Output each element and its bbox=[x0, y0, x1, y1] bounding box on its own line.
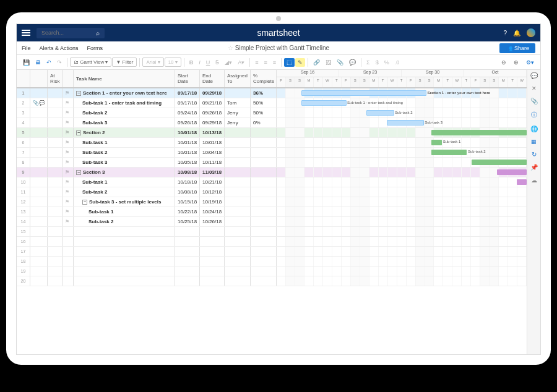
rail-attach-icon[interactable]: 📎 bbox=[530, 98, 538, 104]
menu-file[interactable]: File bbox=[22, 45, 31, 51]
percent-icon[interactable]: % bbox=[382, 58, 392, 67]
gantt-cell[interactable] bbox=[277, 177, 527, 187]
flag-icon[interactable]: ⚑ bbox=[65, 110, 69, 116]
redo-icon[interactable]: ↷ bbox=[54, 58, 64, 67]
font-selector[interactable]: Arial ▾ bbox=[142, 58, 163, 67]
table-row[interactable]: 16 bbox=[17, 237, 527, 247]
pct-complete[interactable] bbox=[251, 227, 277, 236]
gantt-bar[interactable]: Sub-task 2 bbox=[366, 110, 394, 116]
assigned-to[interactable] bbox=[225, 148, 251, 157]
start-date[interactable]: 10/18/18 bbox=[175, 177, 200, 187]
gantt-cell[interactable] bbox=[277, 187, 527, 197]
task-name[interactable]: Sub-task 2 bbox=[82, 189, 107, 195]
start-date[interactable]: 10/08/18 bbox=[175, 168, 200, 177]
comment-icon[interactable]: 💬 bbox=[347, 58, 358, 67]
gantt-cell[interactable] bbox=[277, 197, 527, 207]
pct-complete[interactable]: 50% bbox=[251, 98, 277, 108]
search-icon[interactable]: ⌕ bbox=[96, 30, 100, 36]
gantt-bar[interactable] bbox=[472, 160, 527, 165]
flag-icon[interactable]: ⚑ bbox=[65, 130, 69, 135]
row-comment-icon[interactable]: 💬 bbox=[39, 100, 45, 106]
gantt-cell[interactable] bbox=[277, 128, 527, 137]
gantt-cell[interactable] bbox=[277, 257, 527, 266]
end-date[interactable]: 10/01/18 bbox=[200, 138, 225, 147]
gantt-cell[interactable] bbox=[277, 217, 527, 226]
table-row[interactable]: 5⚑−Section 210/01/1810/13/18 bbox=[17, 128, 527, 138]
col-start[interactable]: Start Date bbox=[175, 70, 200, 87]
gantt-cell[interactable]: Sub-task 2 bbox=[277, 148, 527, 157]
gantt-cell[interactable]: Sub-task 2 bbox=[277, 108, 527, 117]
start-date[interactable]: 10/01/18 bbox=[175, 128, 200, 137]
gantt-bar[interactable]: Sub-task 1 - enter task and timing bbox=[301, 100, 347, 106]
end-date[interactable]: 09/29/18 bbox=[200, 88, 225, 98]
rail-refresh-icon[interactable]: ↻ bbox=[532, 151, 537, 158]
assigned-to[interactable] bbox=[225, 217, 251, 226]
save-icon[interactable]: 💾 bbox=[20, 58, 32, 67]
table-row[interactable]: 13⚑Sub-task 110/22/1810/24/18 bbox=[17, 207, 527, 217]
flag-icon[interactable]: ⚑ bbox=[65, 120, 69, 126]
assigned-to[interactable] bbox=[225, 227, 251, 236]
start-date[interactable] bbox=[175, 257, 200, 266]
assigned-to[interactable]: Jerry bbox=[225, 108, 251, 117]
currency-icon[interactable]: $ bbox=[373, 58, 381, 67]
table-row[interactable]: 12⚑−Sub-task 3 - set multiple levels10/1… bbox=[17, 197, 527, 207]
menu-icon[interactable] bbox=[22, 30, 30, 36]
col-end[interactable]: End Date bbox=[200, 70, 225, 87]
pct-complete[interactable]: 50% bbox=[251, 108, 277, 117]
assigned-to[interactable] bbox=[225, 138, 251, 147]
task-name[interactable]: Sub-task 2 bbox=[89, 219, 113, 224]
start-date[interactable]: 09/17/18 bbox=[175, 98, 200, 108]
table-row[interactable]: 3⚑Sub-task 209/24/1809/26/18Jerry50%Sub-… bbox=[17, 108, 527, 118]
gantt-cell[interactable] bbox=[277, 276, 527, 286]
rail-cloud-icon[interactable]: ☁ bbox=[531, 177, 537, 184]
start-date[interactable] bbox=[175, 227, 200, 236]
flag-icon[interactable]: ⚑ bbox=[65, 140, 69, 145]
table-row[interactable]: 17 bbox=[17, 247, 527, 257]
pct-complete[interactable] bbox=[251, 237, 277, 246]
image-icon[interactable]: 🖼 bbox=[323, 58, 334, 67]
end-date[interactable]: 10/26/18 bbox=[200, 217, 225, 226]
task-name[interactable]: Sub-task 1 bbox=[82, 140, 107, 145]
assigned-to[interactable] bbox=[225, 197, 251, 207]
assigned-to[interactable]: Jerry bbox=[225, 118, 251, 127]
start-date[interactable]: 10/25/18 bbox=[175, 217, 200, 226]
start-date[interactable] bbox=[175, 237, 200, 246]
rail-info-icon[interactable]: ⓘ bbox=[531, 111, 537, 119]
assigned-to[interactable] bbox=[225, 128, 251, 137]
assigned-to[interactable] bbox=[225, 237, 251, 246]
gantt-cell[interactable]: Sub-task 1 bbox=[277, 138, 527, 147]
end-date[interactable] bbox=[200, 247, 225, 256]
gantt-bar[interactable]: Sub-task 1 bbox=[431, 140, 441, 145]
flag-icon[interactable]: ⚑ bbox=[65, 209, 69, 215]
col-assigned[interactable]: Assigned To bbox=[225, 70, 251, 87]
gantt-bar[interactable]: Sub-task 2 bbox=[431, 150, 467, 155]
flag-icon[interactable]: ⚑ bbox=[65, 219, 69, 224]
link-icon[interactable]: 🔗 bbox=[311, 58, 322, 67]
flag-icon[interactable]: ⚑ bbox=[65, 169, 69, 175]
flag-icon[interactable]: ⚑ bbox=[65, 150, 69, 155]
pct-complete[interactable] bbox=[251, 197, 277, 207]
pct-complete[interactable] bbox=[251, 168, 277, 177]
collapse-icon[interactable]: − bbox=[82, 200, 87, 205]
table-row[interactable]: 8⚑Sub-task 310/05/1810/11/18 bbox=[17, 158, 527, 168]
assigned-to[interactable] bbox=[225, 88, 251, 98]
font-size[interactable]: 10 ▾ bbox=[165, 58, 181, 67]
end-date[interactable]: 09/29/18 bbox=[200, 118, 225, 127]
view-selector[interactable]: 🗂 Gantt View ▾ bbox=[70, 58, 111, 67]
align-right-icon[interactable]: ≡ bbox=[270, 58, 278, 67]
underline-icon[interactable]: U bbox=[204, 58, 213, 67]
gantt-cell[interactable] bbox=[277, 227, 527, 236]
gantt-bar[interactable] bbox=[517, 179, 527, 185]
italic-icon[interactable]: I bbox=[196, 58, 203, 67]
assigned-to[interactable] bbox=[225, 187, 251, 197]
table-row[interactable]: 4⚑Sub-task 309/26/1809/29/18Jerry0%Sub-t… bbox=[17, 118, 527, 128]
assigned-to[interactable] bbox=[225, 266, 251, 276]
pct-complete[interactable] bbox=[251, 247, 277, 256]
pct-complete[interactable] bbox=[251, 187, 277, 197]
task-name[interactable]: Sub-task 3 - set multiple levels bbox=[89, 199, 161, 205]
grid-body[interactable]: 1⚑−Section 1 - enter your own text here0… bbox=[17, 88, 527, 354]
assigned-to[interactable] bbox=[225, 158, 251, 167]
end-date[interactable]: 09/21/18 bbox=[200, 98, 225, 108]
bell-icon[interactable]: 🔔 bbox=[513, 30, 520, 36]
zoom-in-icon[interactable]: ⊕ bbox=[511, 58, 521, 67]
